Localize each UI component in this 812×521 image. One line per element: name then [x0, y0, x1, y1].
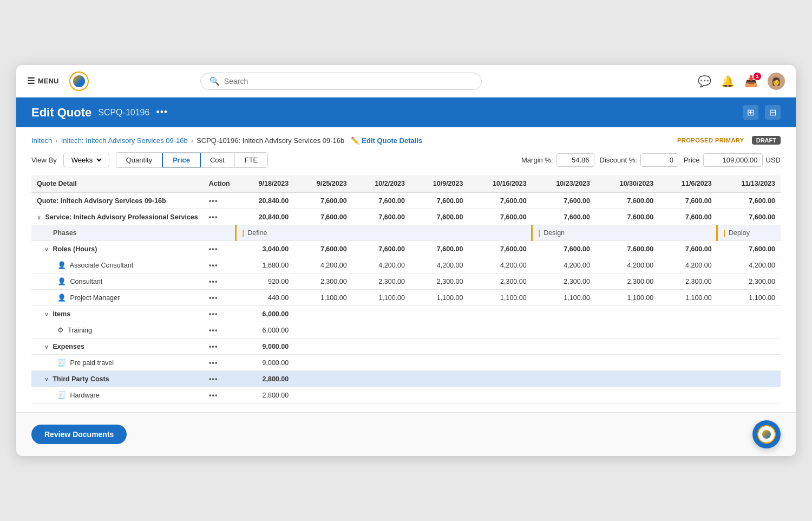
discount-group: Discount %: [600, 153, 678, 167]
table-row: ∨ Third Party Costs ••• 2,800.00 [31, 371, 781, 387]
fab-container [752, 420, 781, 448]
row-name-roles-total: ∨ Roles (Hours) [31, 241, 204, 257]
table-row: 👤 Associate Consultant ••• 1,680.00 4,20… [31, 257, 781, 273]
breadcrumb-link-initech[interactable]: Initech [31, 136, 52, 145]
search-bar[interactable]: 🔍 [200, 73, 482, 90]
table-row: ∨ Roles (Hours) ••• 3,040.00 7,600.00 7,… [31, 241, 781, 257]
menu-button[interactable]: ☰ MENU [27, 76, 58, 86]
hamburger-icon: ☰ [27, 76, 35, 86]
table-row: ∨ Expenses ••• 9,000.00 [31, 338, 781, 355]
workday-logo-inner [73, 75, 85, 87]
table-row: 🧾 Pre paid travel ••• 9,000.00 [31, 355, 781, 371]
currency-label: USD [766, 156, 781, 164]
view-by-select[interactable]: Weeks Months Days [69, 155, 103, 165]
collapse-roles-button[interactable]: ∨ [44, 246, 49, 253]
page-title: Edit Quote [31, 106, 91, 120]
table-row: 👤 Consultant ••• 920.00 2,300.00 2,300.0… [31, 273, 781, 290]
row-action-roles-total[interactable]: ••• [204, 241, 236, 257]
workday-logo [69, 71, 89, 91]
edit-quote-details-link[interactable]: ✏️ Edit Quote Details [351, 136, 422, 145]
discount-label: Discount %: [600, 156, 637, 164]
phase-design-cell: | Design [532, 225, 717, 241]
top-nav: ☰ MENU 🔍 💬 🔔 📥 1 👩 [16, 65, 796, 97]
excel-export-button[interactable]: ⊞ [743, 105, 758, 120]
col-header-1016: 10/16/2023 [468, 175, 532, 192]
col-header-action: Action [204, 175, 236, 192]
row-name-prepaid-travel: 🧾 Pre paid travel [31, 355, 204, 371]
row-name-third-party-total: ∨ Third Party Costs [31, 371, 204, 387]
row-name-expenses-total: ∨ Expenses [31, 338, 204, 355]
col-header-102: 10/2/2023 [352, 175, 410, 192]
toolbar: View By Weeks Months Days Quantity Price… [31, 152, 781, 168]
row-name-training: ⚙ Training [31, 322, 204, 338]
tab-cost[interactable]: Cost [200, 153, 235, 167]
search-icon: 🔍 [209, 76, 220, 86]
review-documents-button[interactable]: Review Documents [31, 425, 127, 444]
workday-fab-button[interactable] [752, 420, 781, 448]
view-tab-group: Quantity Price Cost FTE [116, 152, 269, 168]
chat-button[interactable]: 💬 [698, 75, 711, 88]
app-window: ☰ MENU 🔍 💬 🔔 📥 1 👩 Edit Quote SCPQ-1 [16, 65, 796, 456]
role-icon: 👤 [57, 277, 66, 285]
quote-table: Quote Detail Action 9/18/2023 9/25/2023 … [31, 175, 781, 403]
chat-icon: 💬 [698, 75, 711, 88]
col-header-925: 9/25/2023 [294, 175, 352, 192]
inbox-badge: 1 [754, 73, 761, 80]
phases-row: Phases | Define | Design [31, 225, 781, 241]
notifications-button[interactable]: 🔔 [721, 75, 735, 88]
table-header-row: Quote Detail Action 9/18/2023 9/25/2023 … [31, 175, 781, 192]
price-group: Price USD [684, 153, 781, 167]
table-row: 🧾 Hardware ••• 2,800.00 [31, 387, 781, 403]
inbox-button[interactable]: 📥 1 [744, 75, 758, 88]
search-input[interactable] [224, 77, 473, 86]
row-name-hardware: 🧾 Hardware [31, 387, 204, 403]
row-action-service-total[interactable]: ••• [204, 209, 236, 225]
role-icon: 👤 [57, 261, 66, 269]
phases-label: Phases [31, 225, 204, 241]
page-header: Edit Quote SCPQ-10196 ••• ⊞ ⊟ [16, 97, 796, 127]
pencil-icon: ✏️ [351, 136, 359, 145]
table-row: ∨ Service: Initech Advisory Professional… [31, 209, 781, 225]
table-row: ∨ Items ••• 6,000.00 [31, 306, 781, 322]
collapse-service-button[interactable]: ∨ [37, 214, 41, 221]
role-icon: 👤 [57, 294, 66, 302]
col-header-1030: 10/30/2023 [595, 175, 659, 192]
table-row: Quote: Initech Advisory Services 09-16b … [31, 192, 781, 209]
breadcrumb-current: SCPQ-10196: Initech Advisory Services 09… [197, 136, 344, 145]
row-name-quote-total: Quote: Initech Advisory Services 09-16b [31, 192, 204, 209]
tab-quantity[interactable]: Quantity [116, 153, 162, 167]
content-area: Initech › Initech: Initech Advisory Serv… [16, 127, 796, 412]
bell-icon: 🔔 [721, 75, 735, 88]
phase-define-cell: | Define [236, 225, 532, 241]
footer: Review Documents [16, 412, 796, 456]
row-name-items-total: ∨ Items [31, 306, 204, 322]
tab-price[interactable]: Price [162, 152, 201, 168]
row-name-assoc-consultant: 👤 Associate Consultant [31, 257, 204, 273]
draft-badge: DRAFT [752, 136, 781, 145]
metrics-area: Margin %: Discount %: Price USD [521, 153, 781, 167]
hardware-icon: 🧾 [57, 391, 66, 399]
header-more-button[interactable]: ••• [156, 107, 168, 118]
view-by-select-wrapper[interactable]: Weeks Months Days [63, 153, 109, 167]
fab-logo [762, 430, 771, 439]
price-input[interactable] [703, 153, 763, 167]
phase-deploy-cell: | Deploy [717, 225, 781, 241]
avatar[interactable]: 👩 [768, 73, 785, 90]
col-header-1113: 11/13/2023 [717, 175, 781, 192]
row-action-quote-total[interactable]: ••• [204, 192, 236, 209]
breadcrumb-link-service[interactable]: Initech: Initech Advisory Services 09-16… [61, 136, 188, 145]
pdf-export-button[interactable]: ⊟ [765, 105, 781, 120]
margin-group: Margin %: [521, 153, 594, 167]
margin-input[interactable] [556, 153, 594, 167]
table-row: ⚙ Training ••• 6,000.00 [31, 322, 781, 338]
col-header-1023: 10/23/2023 [532, 175, 595, 192]
collapse-items-button[interactable]: ∨ [44, 311, 49, 318]
fab-inner [757, 425, 776, 444]
row-name-service-total: ∨ Service: Initech Advisory Professional… [31, 209, 204, 225]
collapse-third-party-button[interactable]: ∨ [44, 376, 49, 383]
collapse-expenses-button[interactable]: ∨ [44, 343, 49, 350]
discount-input[interactable] [640, 153, 678, 167]
tab-fte[interactable]: FTE [235, 153, 268, 167]
menu-label: MENU [38, 77, 58, 85]
price-label: Price [684, 156, 700, 164]
